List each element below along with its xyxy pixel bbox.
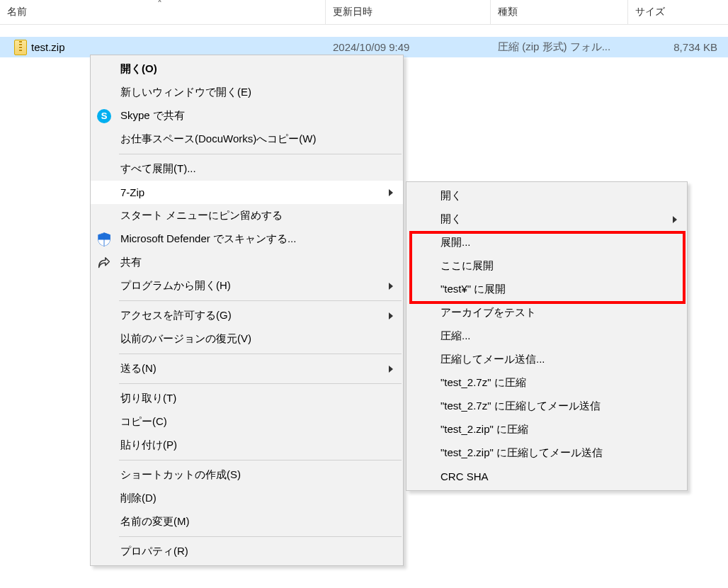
column-header-name[interactable]: 名前	[0, 0, 326, 24]
submenu-item-compress[interactable]: 圧縮...	[406, 324, 687, 348]
menu-separator	[119, 300, 402, 301]
column-header-size[interactable]: サイズ	[628, 0, 726, 24]
menu-item-open-label: 開く(O)	[120, 62, 157, 76]
menu-item-restore-previous[interactable]: 以前のバージョンの復元(V)	[91, 327, 403, 351]
file-size-label: 8,734 KB	[673, 41, 717, 53]
menu-item-open-new-window[interactable]: 新しいウィンドウで開く(E)	[91, 81, 403, 104]
chevron-right-icon	[389, 189, 393, 196]
submenu-item-compress-mail[interactable]: 圧縮してメール送信...	[406, 348, 687, 371]
submenu-item-test-archive[interactable]: アーカイブをテスト	[406, 301, 687, 324]
menu-item-docuworks-copy-label: お仕事スペース(DocuWorks)へコピー(W)	[120, 132, 316, 146]
menu-item-give-access[interactable]: アクセスを許可する(G)	[91, 304, 403, 327]
submenu-item-crc-sha[interactable]: CRC SHA	[406, 465, 687, 488]
column-header-date-label: 更新日時	[333, 6, 372, 18]
file-cell-size: 8,734 KB	[628, 37, 726, 57]
menu-item-open-with[interactable]: プログラムから開く(H)	[91, 274, 403, 298]
submenu-item-compress-mail-label: 圧縮してメール送信...	[440, 353, 545, 366]
submenu-item-extract-here[interactable]: ここに展開	[406, 254, 687, 278]
submenu-item-extract-label: 展開...	[440, 236, 471, 249]
submenu-item-extract-here-label: ここに展開	[440, 259, 494, 273]
menu-item-paste-label: 貼り付け(P)	[120, 439, 177, 452]
submenu-item-open[interactable]: 開く	[406, 184, 687, 208]
submenu-item-extract[interactable]: 展開...	[406, 231, 687, 254]
file-name-label: test.zip	[31, 41, 65, 53]
submenu-item-compress-zip[interactable]: "test_2.zip" に圧縮	[406, 418, 687, 441]
menu-item-open[interactable]: 開く(O)	[91, 57, 403, 81]
submenu-item-open-label: 開く	[440, 189, 462, 203]
menu-item-send-to[interactable]: 送る(N)	[91, 357, 403, 380]
menu-item-skype-share[interactable]: S Skype で共有	[91, 104, 403, 128]
chevron-right-icon	[389, 283, 393, 290]
menu-item-copy[interactable]: コピー(C)	[91, 410, 403, 434]
menu-item-cut[interactable]: 切り取り(T)	[91, 387, 403, 410]
column-header-size-label: サイズ	[635, 6, 665, 18]
sort-indicator-icon: ˄	[157, 0, 162, 10]
menu-item-extract-all-label: すべて展開(T)...	[120, 162, 196, 176]
menu-item-extract-all[interactable]: すべて展開(T)...	[91, 157, 403, 181]
defender-shield-icon	[96, 232, 112, 247]
menu-item-properties-label: プロパティ(R)	[120, 545, 188, 558]
menu-item-pin-to-start-label: スタート メニューにピン留めする	[120, 209, 283, 222]
chevron-right-icon	[389, 312, 393, 320]
menu-item-rename[interactable]: 名前の変更(M)	[91, 510, 403, 533]
zip-file-icon	[14, 40, 27, 55]
menu-item-skype-share-label: Skype で共有	[120, 109, 185, 123]
chevron-right-icon	[673, 216, 677, 223]
menu-separator	[119, 536, 402, 537]
submenu-item-compress-zip-mail[interactable]: "test_2.zip" に圧縮してメール送信	[406, 441, 687, 465]
context-menu: 開く(O) 新しいウィンドウで開く(E) S Skype で共有 お仕事スペース…	[90, 55, 404, 566]
skype-icon: S	[96, 108, 112, 124]
file-date-label: 2024/10/09 9:49	[333, 41, 409, 53]
menu-item-rename-label: 名前の変更(M)	[120, 515, 190, 528]
submenu-item-open-arrow-label: 開く	[440, 213, 462, 226]
menu-item-pin-to-start[interactable]: スタート メニューにピン留めする	[91, 204, 403, 227]
submenu-item-test-archive-label: アーカイブをテスト	[440, 306, 536, 320]
menu-item-cut-label: 切り取り(T)	[120, 392, 176, 405]
submenu-item-compress-label: 圧縮...	[440, 329, 471, 343]
menu-separator	[119, 154, 402, 154]
menu-item-create-shortcut-label: ショートカットの作成(S)	[120, 468, 241, 482]
submenu-item-crc-sha-label: CRC SHA	[440, 470, 489, 482]
submenu-item-compress-7z-label: "test_2.7z" に圧縮	[440, 376, 526, 390]
file-cell-type: 圧縮 (zip 形式) フォル...	[491, 37, 628, 57]
column-header-date[interactable]: 更新日時	[326, 0, 491, 24]
menu-item-create-shortcut[interactable]: ショートカットの作成(S)	[91, 463, 403, 487]
submenu-item-compress-7z[interactable]: "test_2.7z" に圧縮	[406, 371, 687, 395]
column-header-type[interactable]: 種類	[491, 0, 628, 24]
menu-item-share-label: 共有	[120, 256, 142, 269]
menu-item-docuworks-copy[interactable]: お仕事スペース(DocuWorks)へコピー(W)	[91, 128, 403, 151]
menu-item-open-with-label: プログラムから開く(H)	[120, 279, 231, 293]
menu-item-defender-scan-label: Microsoft Defender でスキャンする...	[120, 232, 296, 246]
column-header-type-label: 種類	[498, 6, 518, 18]
menu-item-delete[interactable]: 削除(D)	[91, 487, 403, 510]
menu-item-send-to-label: 送る(N)	[120, 362, 157, 375]
submenu-item-open-arrow[interactable]: 開く	[406, 208, 687, 231]
menu-item-restore-previous-label: 以前のバージョンの復元(V)	[120, 332, 251, 346]
submenu-item-extract-to-named-label: "test¥" に展開	[440, 283, 506, 296]
menu-item-paste[interactable]: 貼り付け(P)	[91, 434, 403, 457]
submenu-item-compress-7z-mail[interactable]: "test_2.7z" に圧縮してメール送信	[406, 395, 687, 418]
menu-item-give-access-label: アクセスを許可する(G)	[120, 309, 232, 322]
menu-item-delete-label: 削除(D)	[120, 492, 157, 505]
menu-item-defender-scan[interactable]: Microsoft Defender でスキャンする...	[91, 227, 403, 251]
chevron-right-icon	[389, 366, 393, 373]
submenu-item-compress-7z-mail-label: "test_2.7z" に圧縮してメール送信	[440, 400, 601, 413]
menu-item-properties[interactable]: プロパティ(R)	[91, 540, 403, 563]
submenu-item-extract-to-named[interactable]: "test¥" に展開	[406, 278, 687, 301]
menu-item-open-new-window-label: 新しいウィンドウで開く(E)	[120, 86, 251, 99]
menu-item-share[interactable]: 共有	[91, 251, 403, 274]
sevenzip-submenu: 開く 開く 展開... ここに展開 "test¥" に展開 アーカイブをテスト …	[406, 181, 688, 491]
menu-separator	[119, 460, 402, 460]
share-icon	[96, 255, 112, 271]
column-header-name-label: 名前	[7, 6, 27, 18]
column-header-row: 名前 ˄ 更新日時 種類 サイズ	[0, 0, 728, 25]
file-type-label: 圧縮 (zip 形式) フォル...	[498, 40, 610, 54]
menu-separator	[119, 354, 402, 354]
menu-separator	[119, 383, 402, 384]
submenu-item-compress-zip-label: "test_2.zip" に圧縮	[440, 423, 528, 436]
menu-item-7zip[interactable]: 7-Zip	[91, 181, 403, 204]
menu-item-7zip-label: 7-Zip	[120, 186, 144, 198]
submenu-item-compress-zip-mail-label: "test_2.zip" に圧縮してメール送信	[440, 446, 603, 460]
menu-item-copy-label: コピー(C)	[120, 415, 167, 429]
